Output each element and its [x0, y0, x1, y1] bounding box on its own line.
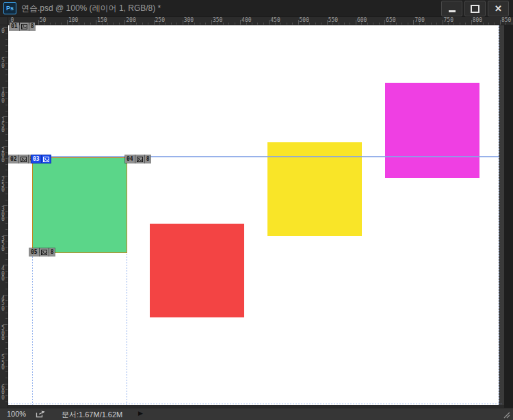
vertical-ruler[interactable]: 05 01 0 01 5 02 0 02 5 03 0 03 5 04 0 04…	[0, 25, 8, 408]
ruler-tick	[327, 20, 328, 25]
ruler-tick	[5, 289, 8, 289]
ruler-label: 50	[40, 17, 47, 23]
ruler-label: 500	[300, 17, 309, 23]
ruler-tick	[5, 229, 8, 230]
ruler-tick	[148, 23, 148, 25]
ruler-tick	[124, 20, 125, 25]
horizontal-guide[interactable]	[8, 156, 499, 157]
ruler-tick	[50, 23, 51, 25]
ruler-tick	[431, 23, 432, 25]
ruler-tick	[5, 140, 8, 141]
ruler-tick	[5, 378, 8, 378]
ruler-tick	[460, 23, 460, 25]
ruler-tick	[171, 23, 172, 25]
ruler-label: 0	[1, 29, 5, 34]
ruler-tick	[5, 211, 8, 212]
status-expander-button[interactable]: ▶	[138, 410, 143, 417]
dashed-guide[interactable]	[127, 254, 127, 405]
ruler-tick	[5, 39, 8, 40]
ruler-tick	[5, 253, 8, 254]
ruler-tick	[5, 218, 8, 218]
document-title: 연습.psd @ 100% (레이어 1, RGB/8) *	[21, 3, 161, 14]
ruler-tick	[321, 23, 321, 25]
ruler-tick	[5, 259, 8, 260]
minimize-icon	[449, 10, 456, 12]
image-icon	[40, 248, 49, 256]
resize-grip[interactable]	[501, 410, 510, 420]
ruler-tick	[257, 23, 258, 25]
statusbar: 100% 문서:1.67M/1.62M ▶	[0, 408, 513, 420]
marker-suffix: 8	[49, 248, 55, 256]
ruler-tick	[5, 200, 8, 200]
ruler-tick	[425, 23, 425, 25]
ruler-tick	[5, 223, 8, 224]
ruler-label: 4 0 0	[1, 266, 5, 282]
ruler-tick	[436, 23, 437, 25]
image-icon	[42, 155, 51, 163]
ruler-tick	[465, 23, 466, 25]
ruler-tick	[5, 300, 8, 301]
ruler-label: 2 5 0	[1, 177, 5, 193]
ruler-tick	[350, 23, 350, 25]
ruler-tick	[344, 23, 345, 25]
ruler-tick	[5, 170, 8, 170]
marker-number: 05	[29, 248, 39, 256]
ruler-tick	[79, 23, 79, 25]
ruler-label: 450	[270, 17, 280, 23]
ruler-tick	[5, 241, 8, 241]
ruler-tick	[367, 23, 368, 25]
export-icon[interactable]	[36, 410, 46, 419]
ruler-tick	[84, 23, 85, 25]
ruler-tick	[165, 23, 166, 25]
ruler-label: 5 0 0	[1, 326, 5, 341]
ruler-tick	[5, 45, 8, 46]
maximize-button[interactable]	[464, 1, 486, 16]
layer-square-red[interactable]	[150, 224, 244, 317]
dashed-guide[interactable]	[8, 404, 501, 404]
ruler-tick	[5, 158, 8, 159]
ruler-tick	[235, 23, 235, 25]
ruler-tick	[223, 23, 224, 25]
ruler-tick	[379, 23, 380, 25]
dashed-guide[interactable]	[32, 254, 33, 405]
ruler-label: 800	[473, 17, 482, 23]
ruler-tick	[5, 152, 8, 153]
ruler-tick	[5, 129, 8, 129]
ruler-tick	[408, 23, 408, 25]
ruler-label: 1 0 0	[1, 88, 5, 104]
layer-square-green[interactable]	[32, 157, 127, 253]
ruler-tick	[402, 23, 402, 25]
ruler-origin-corner[interactable]	[0, 17, 8, 25]
titlebar[interactable]: Ps 연습.psd @ 100% (레이어 1, RGB/8) * ✕	[0, 0, 513, 17]
ruler-tick	[205, 23, 206, 25]
close-button[interactable]: ✕	[488, 1, 509, 16]
ruler-tick	[5, 336, 8, 337]
panel-dock-strip	[504, 25, 513, 408]
ruler-tick	[142, 23, 143, 25]
marker-number: 04	[125, 155, 135, 163]
ruler-tick	[5, 51, 8, 52]
pasteboard	[499, 25, 504, 408]
ruler-tick	[512, 23, 512, 25]
dashed-guide[interactable]	[499, 25, 499, 405]
zoom-level-field[interactable]: 100%	[7, 410, 26, 418]
ruler-tick	[298, 20, 299, 25]
ruler-label: 5 5 0	[1, 355, 5, 371]
minimize-button[interactable]	[441, 1, 462, 16]
ruler-tick	[183, 20, 183, 25]
ruler-tick	[5, 63, 8, 64]
ruler-label: 5 0	[1, 58, 5, 68]
layer-square-magenta[interactable]	[385, 83, 479, 178]
ruler-tick	[453, 23, 454, 25]
ruler-tick	[252, 23, 252, 25]
ruler-tick	[5, 318, 8, 319]
ruler-tick	[356, 20, 356, 25]
ruler-tick	[5, 271, 8, 272]
ruler-tick	[5, 105, 8, 105]
marker-suffix: 8	[29, 23, 36, 30]
ruler-tick	[5, 34, 8, 34]
ruler-tick	[136, 23, 137, 25]
horizontal-ruler[interactable]: 0501001502002503003504004505005506006507…	[8, 17, 513, 25]
ruler-label: 350	[213, 17, 222, 23]
ruler-tick	[373, 23, 373, 25]
